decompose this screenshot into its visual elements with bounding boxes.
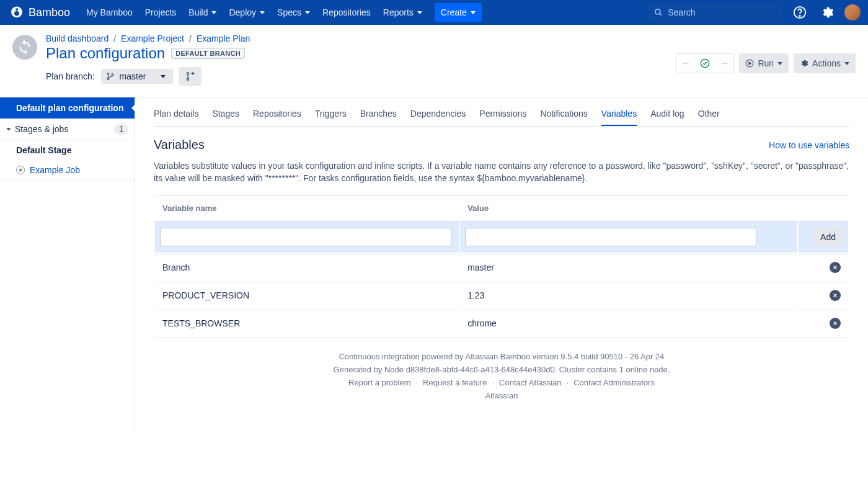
breadcrumb-plan[interactable]: Example Plan [197,34,250,43]
svg-point-5 [107,78,109,80]
nav-deploy[interactable]: Deploy [223,0,271,25]
bamboo-logo[interactable]: Bamboo [10,6,70,19]
bamboo-icon [10,6,24,19]
tab-other[interactable]: Other [698,101,720,126]
variable-value[interactable]: master [460,254,797,280]
variable-name[interactable]: TESTS_BROWSER [155,310,459,336]
user-avatar[interactable] [844,4,861,20]
branch-icon [106,72,115,81]
nav-prev[interactable]: ← [676,58,695,68]
variables-table: Variable name Value Add BranchmasterPROD… [154,195,849,338]
tab-branches[interactable]: Branches [360,101,397,126]
actions-label: Actions [812,58,841,68]
sidebar-job-link[interactable]: Example Job [0,160,135,181]
play-icon [745,59,754,68]
variable-name[interactable]: Branch [155,254,459,280]
help-button[interactable] [790,2,810,22]
chevron-down-icon [844,62,849,65]
top-nav: Bamboo My BambooProjectsBuildDeploySpecs… [0,0,868,25]
search-box[interactable] [649,2,782,22]
create-button[interactable]: Create [435,3,482,22]
breadcrumb-build-dashboard[interactable]: Build dashboard [46,34,108,43]
footer-link[interactable]: Report a problem [348,378,410,387]
sidebar-job-label: Example Job [30,165,80,175]
tabs: Plan detailsStagesRepositoriesTriggersBr… [154,101,849,127]
nav-specs[interactable]: Specs [271,0,316,25]
breadcrumb-project[interactable]: Example Project [121,34,184,43]
sidebar-stages-label: Stages & jobs [15,124,68,134]
tab-stages[interactable]: Stages [212,101,239,126]
tab-variables[interactable]: Variables [601,101,637,126]
chevron-down-icon [211,11,216,14]
svg-point-0 [655,9,660,14]
footer-line2: Generated by Node d838fde8-abfd-44c6-a41… [160,365,843,374]
footer-link[interactable]: Request a feature [423,378,487,387]
sync-icon [17,39,33,55]
tab-triggers[interactable]: Triggers [315,101,347,126]
tab-notifications[interactable]: Notifications [541,101,588,126]
help-icon [793,6,807,19]
tab-plan-details[interactable]: Plan details [154,101,198,126]
sidebar-item-stages-jobs[interactable]: Stages & jobs 1 [0,119,135,140]
breadcrumb-sep: / [113,34,116,43]
variable-name[interactable]: PRODUCT_VERSION [155,282,459,308]
help-link[interactable]: How to use variables [769,140,849,150]
nav-projects[interactable]: Projects [139,0,183,25]
variable-value[interactable]: 1.23 [460,282,797,308]
delete-variable-button[interactable] [830,290,841,301]
sidebar-item-default-plan-config[interactable]: Default plan configuration [0,97,135,119]
chevron-down-icon [471,11,476,14]
nav-reports[interactable]: Reports [377,0,428,25]
nav-repositories[interactable]: Repositories [316,0,377,25]
branch-selector[interactable]: master [101,69,174,84]
variable-row: Branchmaster [155,254,848,280]
status-navigator: ← → [676,53,734,73]
chevron-down-icon [161,75,166,78]
add-variable-button[interactable]: Add [813,228,843,246]
nav-next[interactable]: → [715,58,733,68]
nav-build[interactable]: Build [182,0,223,25]
section-description: Variables substitute values in your task… [154,159,849,185]
nav-my-bamboo[interactable]: My Bamboo [80,0,139,25]
add-branch-button[interactable] [179,67,202,86]
breadcrumb-sep: / [189,34,192,43]
variable-value[interactable]: chrome [460,310,797,336]
plan-icon [12,35,37,60]
chevron-down-icon [6,128,11,131]
new-variable-name-input[interactable] [160,228,451,246]
delete-variable-button[interactable] [830,262,841,273]
col-variable-name: Variable name [155,197,459,220]
actions-button[interactable]: Actions [794,53,856,73]
nav-label: Projects [145,7,177,17]
footer-link[interactable]: Contact Atlassian [499,378,561,387]
tab-dependencies[interactable]: Dependencies [410,101,466,126]
new-variable-value-input[interactable] [465,228,756,246]
chevron-down-icon [417,11,422,14]
tab-audit-log[interactable]: Audit log [650,101,684,126]
footer-link[interactable]: Contact Administrators [574,378,655,387]
create-label: Create [441,7,467,17]
search-input[interactable] [668,7,777,17]
page-title-link[interactable]: Plan configuration [46,45,165,61]
close-icon [832,320,838,326]
sidebar: Default plan configuration Stages & jobs… [0,97,135,430]
svg-line-1 [660,14,662,16]
branch-plus-icon [185,71,195,81]
default-branch-badge: DEFAULT BRANCH [171,48,245,59]
run-button[interactable]: Run [739,53,789,73]
sidebar-stage-name: Default Stage [0,140,135,160]
nav-label: Reports [383,7,414,17]
page-footer: Continuous integration powered by Atlass… [154,338,849,418]
breadcrumb: Build dashboard / Example Project / Exam… [46,34,676,43]
tab-repositories[interactable]: Repositories [253,101,301,126]
nav-label: My Bamboo [86,7,133,17]
footer-brand[interactable]: Atlassian [485,391,518,400]
svg-point-3 [799,16,800,16]
stages-count-badge: 1 [114,123,128,135]
delete-variable-button[interactable] [830,318,841,329]
tab-permissions[interactable]: Permissions [479,101,526,126]
branch-name: master [120,71,146,81]
section-title: Variables [154,138,205,152]
job-icon [16,166,25,174]
settings-button[interactable] [817,2,837,22]
